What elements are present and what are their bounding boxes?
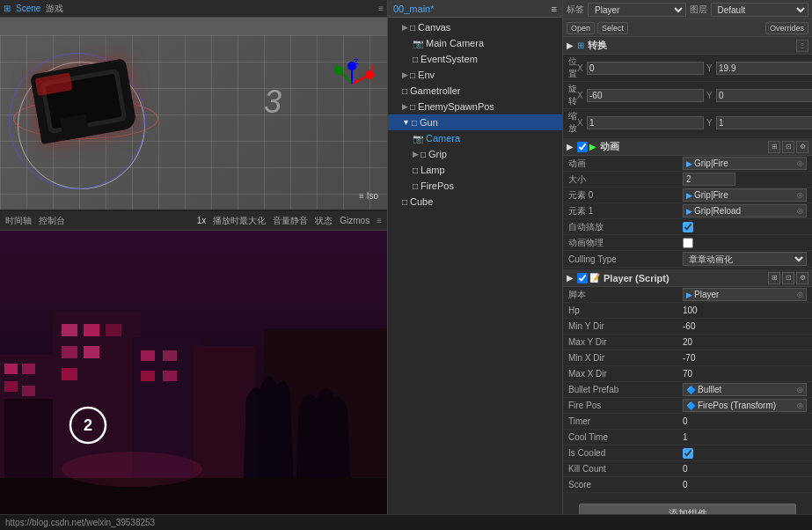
overrides-btn[interactable]: Overrides <box>765 22 808 34</box>
layer-dropdown[interactable]: Default <box>711 3 809 17</box>
hierarchy-label-gun: Gun <box>420 117 438 128</box>
add-component-btn[interactable]: 添加组件 <box>579 504 796 514</box>
hierarchy-item-grip[interactable]: ▶ □ Grip <box>388 146 562 162</box>
hierarchy-menu[interactable]: ≡ <box>552 4 557 14</box>
hierarchy-item-gun[interactable]: ▼ □ Gun <box>388 114 562 130</box>
position-row: 位置 X Y Z <box>563 55 812 82</box>
anim-physics-check[interactable] <box>683 238 693 248</box>
select-btn[interactable]: Select <box>597 22 628 34</box>
svg-rect-22 <box>62 368 77 380</box>
hp-label: Hp <box>568 305 683 315</box>
anim-el1-row: 元素 1 ▶ Grip|Reload ◎ <box>563 203 812 219</box>
status-btn[interactable]: 状态 <box>315 215 333 227</box>
rot-y-input[interactable] <box>716 89 812 102</box>
hp-value: 100 <box>683 305 807 315</box>
scale-x-input[interactable] <box>587 116 704 129</box>
hierarchy-item-lamp[interactable]: □ Lamp <box>388 162 562 178</box>
max-y-dir-label: Max Y Dir <box>568 337 683 347</box>
scale-y-input[interactable] <box>716 116 812 129</box>
anim-el0-row: 元素 0 ▶ Grip|Fire ◎ <box>563 188 812 203</box>
player-script-title: Player (Script) <box>604 273 768 283</box>
hierarchy-item-gametroller[interactable]: □ Gametroller <box>388 83 562 99</box>
axis-widget: X Y Z <box>326 57 378 110</box>
pos-y-letter: Y <box>706 63 715 73</box>
transform-title: 转换 <box>588 39 796 52</box>
anim-enabled-check[interactable] <box>577 142 588 152</box>
gizmos-btn[interactable]: Gizmos <box>340 216 369 225</box>
animation-component-header[interactable]: ▶ ▶ 动画 ⊞ ⊡ ⚙ <box>563 138 812 156</box>
bullet-prefab-row: Bullet Prefab 🔷 Bulllet ◎ <box>563 382 812 398</box>
scale-y-letter: Y <box>706 118 715 128</box>
scene-tab[interactable]: ⊞ <box>4 4 11 13</box>
hierarchy-item-cube[interactable]: □ Cube <box>388 194 562 210</box>
script-action-3[interactable]: ⚙ <box>796 272 808 284</box>
script-action-2[interactable]: ⊡ <box>782 272 794 284</box>
svg-rect-13 <box>4 381 18 392</box>
anim-autoplay-check[interactable] <box>683 222 693 232</box>
hierarchy-item-main-camera[interactable]: 📷 Player Main Camera <box>388 35 562 51</box>
scale-label-tr: 缩放 <box>568 110 577 135</box>
hierarchy-item-camera[interactable]: 📷 Camera <box>388 130 562 146</box>
anim-size-row: 大小 <box>563 172 812 188</box>
is-cooled-check[interactable] <box>683 448 693 459</box>
max-play-btn[interactable]: 播放时最大化 <box>213 215 266 227</box>
console-btn[interactable]: 控制台 <box>39 215 65 227</box>
player-script-header[interactable]: ▶ 📝 Player (Script) ⊞ ⊡ ⚙ <box>563 269 812 287</box>
culling-type-row: Culling Type 章章动画化 <box>563 251 812 268</box>
score-row: Score 0 <box>563 477 812 493</box>
anim-size-input[interactable] <box>683 173 735 186</box>
max-x-dir-row: Max X Dir 70 <box>563 366 812 382</box>
culling-type-label: Culling Type <box>568 254 683 264</box>
anim-action-1[interactable]: ⊞ <box>768 141 780 153</box>
hierarchy-list: ▶ □ Canvas 📷 Player Main Camera □ EventS… <box>388 18 562 514</box>
anim-action-3[interactable]: ⚙ <box>796 141 808 153</box>
anim-size-label: 大小 <box>568 173 683 186</box>
hierarchy-tab[interactable]: 00_main* <box>393 4 434 14</box>
hierarchy-item-env[interactable]: ▶ □ Env <box>388 67 562 83</box>
transform-menu-btn[interactable]: ⋮ <box>796 40 808 52</box>
hp-row: Hp 100 <box>563 303 812 319</box>
timer-value: 0 <box>683 416 807 426</box>
is-cooled-label: Is Cooled <box>568 448 683 458</box>
hierarchy-item-canvas[interactable]: ▶ □ Canvas <box>388 19 562 35</box>
anim-physics-row: 动画物理 <box>563 235 812 251</box>
culling-type-select[interactable]: 章章动画化 <box>683 252 807 266</box>
svg-point-33 <box>62 452 202 487</box>
script-action-1[interactable]: ⊞ <box>768 272 780 284</box>
pos-x-input[interactable] <box>587 62 704 75</box>
bullet-prefab-ref[interactable]: 🔷 Bulllet ◎ <box>683 383 807 396</box>
layer-label: 图层 <box>690 4 707 16</box>
scene-tab-label[interactable]: Scene <box>16 4 40 13</box>
pos-y-input[interactable] <box>716 62 812 75</box>
tag-dropdown[interactable]: Player <box>588 3 686 17</box>
anim-action-2[interactable]: ⊡ <box>782 141 794 153</box>
hierarchy-item-enemyspawnpos[interactable]: ▶ □ EnemySpawnPos <box>388 99 562 114</box>
timer-label: Timer <box>568 416 683 426</box>
anim-el0-ref[interactable]: ▶ Grip|Fire ◎ <box>683 188 807 202</box>
hierarchy-item-eventsystem[interactable]: □ EventSystem <box>388 51 562 67</box>
scale-value: 1x <box>197 216 207 225</box>
script-enabled-check[interactable] <box>577 273 588 283</box>
fire-pos-ref[interactable]: 🔷 FirePos (Transform) ◎ <box>683 399 807 412</box>
hierarchy-item-firepos[interactable]: □ FirePos <box>388 178 562 194</box>
min-x-dir-value: -70 <box>683 353 807 363</box>
hierarchy-header: 00_main* ≡ <box>388 0 562 18</box>
menu-icon[interactable]: ≡ <box>377 216 382 225</box>
fire-pos-label: Fire Pos <box>568 401 683 410</box>
svg-rect-11 <box>4 364 18 374</box>
hierarchy-label-enemyspawnpos: EnemySpawnPos <box>418 101 494 112</box>
hierarchy-label-firepos: FirePos <box>421 180 454 191</box>
rot-x-input[interactable] <box>587 89 704 102</box>
anim-clip-ref[interactable]: ▶ Grip|Fire ◎ <box>683 157 807 170</box>
min-x-dir-label: Min X Dir <box>568 353 683 363</box>
add-component-container: 添加组件 <box>563 493 812 514</box>
script-ref[interactable]: ▶ Player ◎ <box>683 288 807 301</box>
transform-component-header[interactable]: ▶ ⊞ 转换 ⋮ <box>563 37 812 55</box>
game-tab-label[interactable]: 游戏 <box>46 3 63 15</box>
fire-pos-value: FirePos (Transform) <box>698 401 795 410</box>
mute-btn[interactable]: 音量静音 <box>273 215 308 227</box>
open-btn[interactable]: Open <box>567 22 595 34</box>
anim-el1-ref[interactable]: ▶ Grip|Reload ◎ <box>683 204 807 217</box>
hierarchy-label-eventsystem: EventSystem <box>421 54 478 64</box>
kill-count-value: 0 <box>683 464 807 474</box>
